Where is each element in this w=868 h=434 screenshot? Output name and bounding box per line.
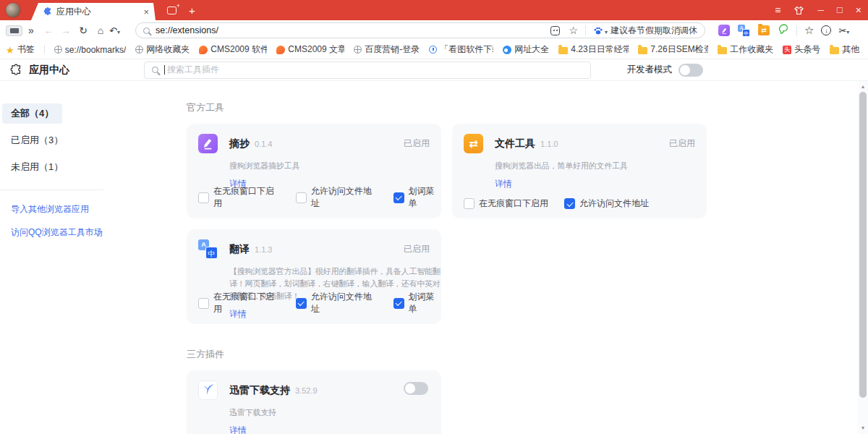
restore-tabs-icon[interactable] [167, 7, 176, 14]
scroll-down-arrow[interactable] [858, 423, 868, 433]
main-panel: 官方工具 摘抄 0.1.4 已启用 搜狗浏览器摘抄工具 详情 [166, 81, 868, 434]
globe-icon [135, 46, 143, 54]
checkbox[interactable] [393, 192, 404, 203]
scrollbar-thumb[interactable] [859, 92, 867, 398]
details-link[interactable]: 详情 [495, 178, 512, 190]
page-title: 应用中心 [29, 64, 69, 77]
bookmark-item[interactable]: 「看图软件下载排 [429, 43, 493, 56]
translate-extension-icon[interactable]: A中 [738, 25, 750, 37]
option-file-access[interactable]: 允许访问文件地址 [296, 185, 378, 210]
home-button[interactable] [92, 25, 109, 35]
globe-icon [354, 46, 362, 54]
filter-enabled[interactable]: 已启用（3） [2, 130, 72, 150]
filter-disabled[interactable]: 未启用（1） [2, 157, 72, 177]
filter-all[interactable]: 全部（4） [2, 103, 62, 124]
swirl-site-icon [503, 46, 511, 54]
extension-icons: A中 [718, 23, 789, 38]
file-tools-extension-icon[interactable] [758, 25, 770, 35]
bookmark-folder[interactable]: 7.26日SEM检查工 [638, 43, 708, 56]
extension-enable-toggle[interactable] [404, 382, 428, 395]
checkbox[interactable] [296, 192, 307, 203]
extension-version: 0.1.4 [255, 140, 272, 148]
option-file-access[interactable]: 允许访问文件地址 [564, 197, 649, 210]
bookmark-item[interactable]: 网址大全 [503, 43, 549, 56]
user-avatar[interactable] [5, 2, 21, 18]
extension-description: 迅雷下载支持 [229, 407, 446, 419]
option-word-menu[interactable]: 划词菜单 [393, 291, 442, 315]
search-input[interactable]: 搜索工具插件 [144, 61, 591, 79]
titlebar: 应用中心 × + [0, 0, 868, 20]
extensions-puzzle-icon [10, 64, 22, 76]
address-input[interactable]: se://extensions/ [156, 25, 218, 35]
forward-button[interactable] [57, 26, 75, 35]
bookmark-item[interactable]: CMS2009 软件管 [199, 43, 267, 56]
bookmark-item[interactable]: se://bookmarks/ [54, 45, 127, 55]
checkbox[interactable] [198, 298, 209, 309]
developer-mode-toggle[interactable] [678, 64, 703, 77]
reload-button[interactable] [75, 25, 92, 35]
checkbox[interactable] [564, 198, 575, 209]
extension-description: 搜狗浏览器摘抄工具 [229, 160, 446, 172]
bookmark-item[interactable]: 百度营销-登录 [354, 43, 420, 56]
bookmark-folder[interactable]: 其他 [830, 43, 859, 56]
cms-site-icon [199, 46, 208, 54]
option-word-menu[interactable]: 划词菜单 [393, 185, 442, 210]
checkbox[interactable] [393, 298, 404, 309]
option-incognito[interactable]: 在无痕窗口下启用 [198, 185, 280, 210]
bookmark-page-star-icon[interactable] [569, 24, 578, 37]
folder-icon [638, 47, 647, 54]
search-icon [143, 27, 150, 34]
maximize-button[interactable] [837, 0, 843, 20]
back-button[interactable] [40, 26, 57, 35]
checkbox[interactable] [464, 198, 475, 209]
favorites-star-icon[interactable] [804, 24, 814, 37]
bookmark-item[interactable]: 书签 [6, 43, 35, 56]
excerpt-app-icon [198, 134, 218, 153]
bookmark-item[interactable]: CMS2009 文章管 [276, 43, 344, 56]
restore-closed-page-button[interactable] [109, 24, 131, 37]
import-browser-apps-link[interactable]: 导入其他浏览器应用 [11, 203, 89, 216]
minimize-button[interactable] [817, 0, 824, 20]
extension-name: 迅雷下载支持 [229, 384, 290, 397]
checkbox[interactable] [198, 192, 209, 203]
theme-skin-icon[interactable] [793, 5, 804, 16]
excerpt-extension-icon[interactable] [718, 25, 730, 36]
option-file-access[interactable]: 允许访问文件地址 [296, 291, 378, 315]
details-link[interactable]: 详情 [229, 425, 247, 434]
third-party-cards: 迅雷下载支持 3.52.9 迅雷下载支持 详情 [187, 370, 868, 434]
qq-browser-market-link[interactable]: 访问QQ浏览器工具市场 [11, 226, 103, 239]
expand-toolbar-icon[interactable] [22, 25, 40, 35]
scroll-up-arrow[interactable] [858, 82, 868, 92]
checkbox[interactable] [296, 298, 307, 309]
address-bar[interactable]: se://extensions/ 建议春节假期取消调休 [135, 22, 705, 38]
bookmarks-bar: 书签 se://bookmarks/ 网络收藏夹 CMS2009 软件管 CMS… [0, 41, 868, 59]
section-third-party: 三方插件 [187, 348, 868, 361]
scrollbar[interactable] [858, 81, 868, 434]
hot-search-paw-icon[interactable] [593, 25, 603, 35]
reader-mode-icon[interactable] [550, 26, 560, 35]
option-incognito[interactable]: 在无痕窗口下启用 [198, 291, 280, 315]
hot-search-suggestion[interactable]: 建议春节假期取消调休 [610, 25, 697, 37]
boss-key-button[interactable] [6, 25, 22, 36]
extension-name: 摘抄 [229, 137, 250, 150]
extension-version: 3.52.9 [295, 386, 318, 395]
tab-app-center[interactable]: 应用中心 × [31, 3, 156, 20]
main-menu-icon[interactable] [775, 0, 780, 21]
undo-icon [109, 24, 117, 37]
close-window-button[interactable] [856, 0, 861, 21]
tab-close-icon[interactable]: × [143, 7, 149, 17]
text-cursor [164, 65, 165, 75]
screenshot-tool-button[interactable] [838, 24, 849, 37]
bookmark-folder[interactable]: 4.23日日常经常规 [558, 43, 629, 56]
extension-version: 1.1.3 [255, 245, 272, 254]
bookmark-folder[interactable]: 工作收藏夹 [718, 43, 773, 56]
option-incognito[interactable]: 在无痕窗口下启用 [464, 197, 548, 210]
app-center-header: 应用中心 搜索工具插件 开发者模式 [0, 59, 868, 81]
chevron-down-icon[interactable] [603, 24, 610, 37]
bookmark-item[interactable]: 头 头条号 [783, 43, 820, 56]
new-tab-button[interactable]: + [189, 5, 195, 16]
bookmark-item[interactable]: 网络收藏夹 [135, 43, 190, 56]
green-extension-icon[interactable] [778, 23, 789, 38]
downloads-icon[interactable] [821, 25, 831, 35]
globe-icon [54, 46, 62, 54]
